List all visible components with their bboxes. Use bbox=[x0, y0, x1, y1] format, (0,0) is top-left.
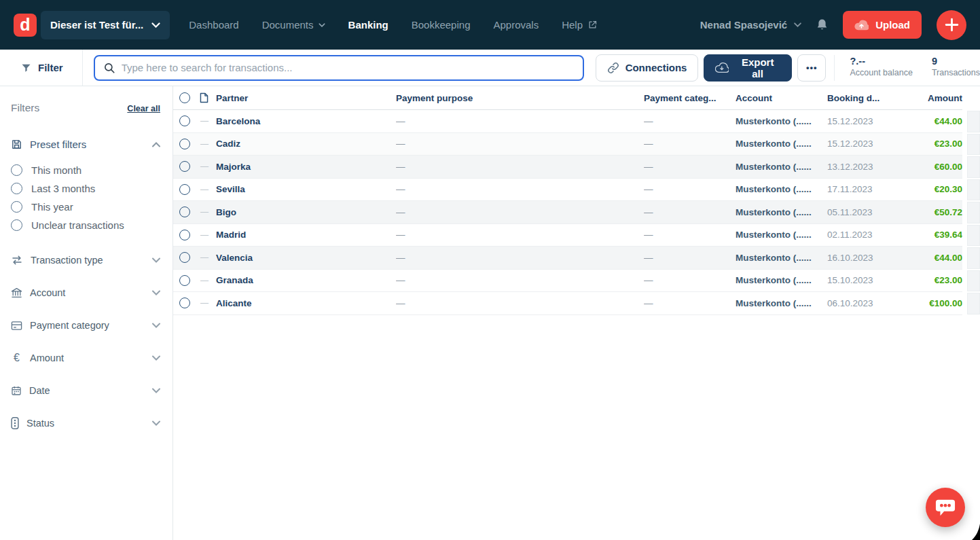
row-select-circle[interactable] bbox=[179, 184, 190, 195]
user-name: Nenad Spasojević bbox=[700, 19, 787, 31]
header-payment-purpose[interactable]: Payment purpose bbox=[396, 93, 644, 103]
search-icon bbox=[103, 62, 115, 74]
row-payment-purpose: — bbox=[396, 139, 644, 149]
table-row[interactable]: — Majorka — — Musterkonto (...... 13.12.… bbox=[173, 156, 962, 179]
navbar-right: Nenad Spasojević Upload bbox=[700, 10, 966, 40]
nav-approvals[interactable]: Approvals bbox=[493, 19, 539, 31]
preset-filters-section[interactable]: Preset filters bbox=[11, 139, 160, 150]
row-payment-purpose: — bbox=[396, 298, 644, 308]
row-document-cell: — bbox=[196, 207, 214, 217]
row-select-circle[interactable] bbox=[179, 161, 190, 172]
row-select-circle[interactable] bbox=[179, 275, 190, 286]
content: Filters Clear all Preset filters This mo… bbox=[0, 86, 980, 540]
table-row[interactable]: — Barcelona — — Musterkonto (...... 15.1… bbox=[173, 110, 962, 133]
row-partner: Barcelona bbox=[214, 116, 396, 126]
clear-all-link[interactable]: Clear all bbox=[127, 104, 160, 113]
sidebar-section-payment-category[interactable]: Payment category bbox=[11, 319, 160, 332]
header-payment-category[interactable]: Payment categ... bbox=[644, 93, 736, 103]
more-actions-button[interactable]: ••• bbox=[797, 54, 826, 82]
row-select-circle[interactable] bbox=[179, 298, 190, 308]
filters-sidebar: Filters Clear all Preset filters This mo… bbox=[0, 86, 173, 540]
row-amount: €50.72 bbox=[892, 207, 962, 217]
euro-icon: € bbox=[11, 352, 22, 364]
add-button[interactable] bbox=[937, 10, 966, 40]
nav-banking[interactable]: Banking bbox=[348, 19, 388, 31]
preset-filter-option[interactable]: This month bbox=[11, 161, 160, 179]
chevron-down-icon bbox=[151, 22, 160, 28]
sidebar-section-date[interactable]: Date bbox=[11, 384, 160, 397]
row-payment-category: — bbox=[644, 184, 736, 194]
table-header-row: Partner Payment purpose Payment categ...… bbox=[173, 86, 962, 110]
sidebar-section-transaction-type[interactable]: Transaction type bbox=[11, 253, 160, 267]
table-row[interactable]: — Granada — — Musterkonto (...... 15.10.… bbox=[173, 270, 962, 293]
main-nav: Dashboard Documents Banking Bookkeeping … bbox=[189, 19, 598, 31]
company-selector[interactable]: Dieser ist Test für... bbox=[41, 11, 170, 39]
user-menu[interactable]: Nenad Spasojević bbox=[700, 19, 801, 31]
row-partner: Granada bbox=[214, 275, 396, 285]
table-row[interactable]: — Sevilla — — Musterkonto (...... 17.11.… bbox=[173, 179, 962, 202]
table-row[interactable]: — Madrid — — Musterkonto (...... 02.11.2… bbox=[173, 224, 962, 247]
logo-letter: d bbox=[20, 15, 30, 35]
table-row[interactable]: — Alicante — — Musterkonto (...... 06.10… bbox=[173, 292, 962, 315]
nav-dashboard[interactable]: Dashboard bbox=[189, 19, 238, 31]
header-amount[interactable]: Amount bbox=[892, 93, 962, 103]
table-row[interactable]: — Bigo — — Musterkonto (...... 05.11.202… bbox=[173, 201, 962, 224]
export-all-button[interactable]: Export all bbox=[704, 54, 792, 82]
row-select-circle[interactable] bbox=[179, 252, 190, 263]
nav-bookkeeping[interactable]: Bookkeeping bbox=[412, 19, 471, 31]
row-booking-date: 17.11.2023 bbox=[827, 184, 892, 194]
row-account: Musterkonto (...... bbox=[736, 275, 827, 285]
external-link-icon bbox=[587, 20, 598, 30]
filter-button[interactable]: Filter bbox=[0, 50, 83, 86]
table-row[interactable]: — Cadiz — — Musterkonto (...... 15.12.20… bbox=[173, 133, 962, 156]
chevron-down-icon bbox=[794, 22, 801, 27]
notifications-bell-icon[interactable] bbox=[815, 17, 829, 33]
connections-button[interactable]: Connections bbox=[596, 54, 699, 82]
header-partner[interactable]: Partner bbox=[214, 93, 396, 103]
row-document-cell: — bbox=[196, 276, 214, 285]
preset-filter-option[interactable]: Last 3 months bbox=[11, 179, 160, 198]
radio-icon bbox=[11, 219, 22, 231]
domonda-logo[interactable]: d bbox=[14, 14, 37, 37]
select-all-circle[interactable] bbox=[179, 92, 190, 103]
summary-stats: ?.-- Account balance 9 Transactions bbox=[834, 55, 980, 81]
preset-filter-option[interactable]: Unclear transactions bbox=[11, 216, 160, 234]
preset-filter-option[interactable]: This year bbox=[11, 198, 160, 216]
row-payment-category: — bbox=[644, 116, 736, 126]
sidebar-section-account[interactable]: Account bbox=[11, 286, 160, 300]
funnel-icon bbox=[20, 62, 32, 73]
row-select-circle[interactable] bbox=[179, 115, 190, 126]
chevron-down-icon bbox=[152, 290, 160, 295]
row-payment-category: — bbox=[644, 139, 736, 149]
row-payment-purpose: — bbox=[396, 184, 644, 194]
search-input[interactable] bbox=[122, 62, 575, 73]
radio-icon bbox=[11, 164, 22, 176]
transactions-stat: 9 Transactions bbox=[932, 55, 980, 78]
row-partner: Cadiz bbox=[214, 139, 396, 149]
row-payment-purpose: — bbox=[396, 162, 644, 172]
row-account: Musterkonto (...... bbox=[736, 230, 827, 240]
row-select-circle[interactable] bbox=[179, 206, 190, 217]
plus-icon bbox=[944, 17, 960, 33]
sidebar-section-amount[interactable]: € Amount bbox=[11, 351, 160, 365]
nav-documents[interactable]: Documents bbox=[262, 19, 325, 31]
filters-title: Filters bbox=[11, 102, 39, 114]
traffic-light-icon bbox=[11, 417, 19, 429]
sidebar-section-status[interactable]: Status bbox=[11, 416, 160, 430]
row-payment-category: — bbox=[644, 253, 736, 263]
row-amount: €23.00 bbox=[892, 139, 962, 149]
upload-button[interactable]: Upload bbox=[843, 11, 922, 39]
row-partner: Madrid bbox=[214, 230, 396, 240]
header-account[interactable]: Account bbox=[736, 93, 827, 103]
header-booking-date[interactable]: Booking d... bbox=[827, 93, 892, 103]
row-amount: €100.00 bbox=[892, 298, 962, 308]
row-payment-purpose: — bbox=[396, 207, 644, 217]
row-select-circle[interactable] bbox=[179, 139, 190, 149]
row-payment-purpose: — bbox=[396, 275, 644, 285]
row-document-cell: — bbox=[196, 185, 214, 194]
account-balance-stat: ?.-- Account balance bbox=[850, 55, 912, 78]
table-row[interactable]: — Valencia — — Musterkonto (...... 16.10… bbox=[173, 247, 962, 270]
chat-bubble-button[interactable] bbox=[926, 488, 965, 527]
row-select-circle[interactable] bbox=[179, 230, 190, 240]
nav-help[interactable]: Help bbox=[562, 19, 598, 31]
